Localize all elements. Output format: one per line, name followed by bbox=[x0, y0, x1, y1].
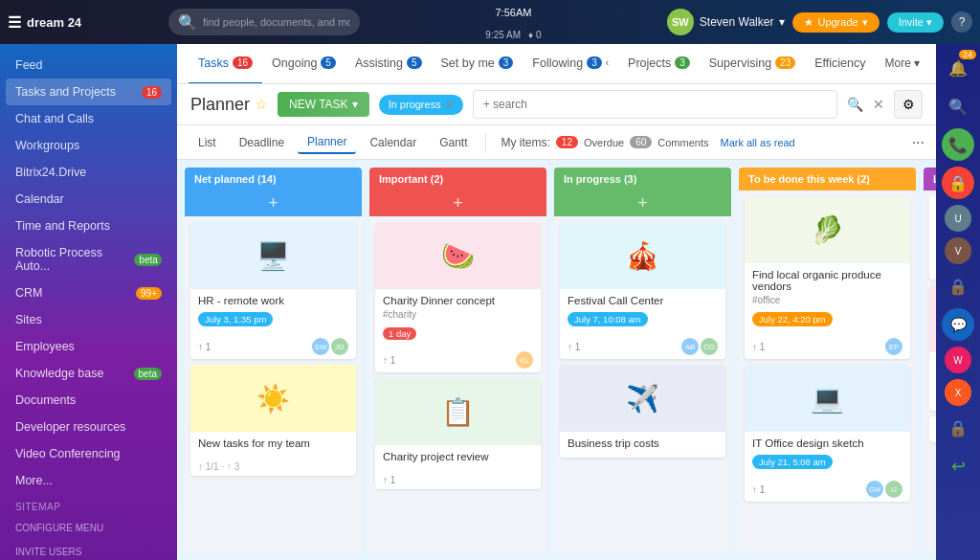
online-user-3[interactable]: W bbox=[945, 347, 971, 373]
task-card[interactable]: 🍉 Charity Dinner concept #charity 1 day … bbox=[375, 222, 541, 372]
avatar: JD bbox=[331, 338, 348, 355]
sidebar-item-sites[interactable]: Sites bbox=[0, 306, 177, 333]
main-layout: Feed Tasks and Projects 16 Chat and Call… bbox=[0, 44, 980, 560]
redirect-icon[interactable]: ↩ bbox=[942, 450, 974, 482]
add-task-in-progress[interactable]: + bbox=[554, 190, 731, 216]
task-image: 🖥️ bbox=[190, 222, 356, 289]
col-header-important: Important (2) bbox=[369, 168, 546, 190]
search-icon: 🔍 bbox=[178, 13, 197, 32]
lock-icon-1[interactable]: 🔒 bbox=[942, 167, 974, 199]
online-user-1[interactable]: U bbox=[945, 205, 971, 232]
view-tab-gantt[interactable]: Gantt bbox=[430, 132, 477, 153]
sidebar-item-video[interactable]: Video Conferencing bbox=[0, 440, 177, 467]
task-content: Business trip costs bbox=[560, 432, 725, 458]
tab-more[interactable]: More ▾ bbox=[876, 44, 930, 84]
planner-settings-button[interactable]: ⚙ bbox=[894, 90, 923, 119]
task-image: 🎪 bbox=[560, 222, 725, 289]
overdue-badge[interactable]: 12 bbox=[556, 136, 578, 148]
clock-time: 7:56AM bbox=[495, 5, 531, 30]
comments-badge[interactable]: 60 bbox=[630, 136, 652, 148]
upgrade-button[interactable]: ★ Upgrade ▾ bbox=[792, 12, 879, 33]
sidebar-item-robotic[interactable]: Robotic Process Auto... beta bbox=[0, 239, 177, 280]
view-tab-planner[interactable]: Planner bbox=[298, 131, 356, 154]
task-avatars: SW JD bbox=[312, 338, 348, 355]
user-info[interactable]: SW Steven Walker ▾ bbox=[667, 9, 786, 35]
task-card[interactable]: ☀️ New tasks for my team ↑ 1/1 · ↑ 3 bbox=[190, 365, 356, 476]
mark-all-read-button[interactable]: Mark all as read bbox=[720, 137, 794, 148]
task-card[interactable]: 🍓 Strawberry Cafe design #design ↑ 1 bbox=[929, 285, 936, 411]
sidebar-item-documents[interactable]: Documents bbox=[0, 387, 177, 414]
clear-filter-icon[interactable]: ✕ bbox=[445, 99, 454, 111]
task-card[interactable]: Budget plan bbox=[929, 416, 936, 442]
search-input[interactable] bbox=[203, 16, 350, 28]
view-tab-list[interactable]: List bbox=[189, 132, 226, 153]
global-search[interactable]: 🔍 bbox=[168, 9, 360, 35]
hamburger-menu[interactable]: ☰ bbox=[8, 13, 21, 32]
search-icon-right[interactable]: 🔍 bbox=[942, 90, 974, 123]
task-footer: ↑ 1 SW JD bbox=[190, 334, 356, 359]
col-body-important: 🍉 Charity Dinner concept #charity 1 day … bbox=[369, 216, 546, 552]
chat-icon[interactable]: 💬 bbox=[942, 308, 974, 341]
chevron-icon: ‹ bbox=[606, 57, 609, 68]
tab-supervising[interactable]: Supervising 23 bbox=[700, 44, 805, 84]
online-user-2[interactable]: V bbox=[945, 237, 971, 264]
phone-icon[interactable]: 📞 bbox=[942, 128, 974, 161]
task-footer: ↑ 1/1 · ↑ 3 bbox=[190, 458, 356, 476]
task-card[interactable]: 💻 IT Office design sketch July 21, 5:08 … bbox=[745, 365, 910, 502]
task-image: ✈️ bbox=[560, 365, 725, 432]
sidebar-item-drive[interactable]: Bitrix24.Drive bbox=[0, 159, 177, 186]
tab-efficiency[interactable]: Efficiency bbox=[805, 44, 875, 84]
tab-set-by-me[interactable]: Set by me 3 bbox=[432, 44, 523, 84]
task-card[interactable]: 🥬 Find local organic produce vendors #of… bbox=[745, 196, 910, 359]
view-tab-deadline[interactable]: Deadline bbox=[230, 132, 294, 153]
view-tab-calendar[interactable]: Calendar bbox=[360, 132, 426, 153]
task-card[interactable]: Presentation draft #marketing 1 week ↑ 1… bbox=[929, 196, 936, 280]
tab-projects[interactable]: Projects 3 bbox=[618, 44, 700, 84]
sidebar-item-workgroups[interactable]: Workgroups bbox=[0, 132, 177, 159]
sidebar-item-chat[interactable]: Chat and Calls bbox=[0, 105, 177, 132]
column-later: Later (3) Presentation draft #marketing … bbox=[924, 168, 936, 552]
sidebar-item-knowledge[interactable]: Knowledge base beta bbox=[0, 360, 177, 387]
task-card[interactable]: 📋 Charity project review ↑ 1 bbox=[375, 378, 541, 489]
avatar: CD bbox=[701, 338, 718, 355]
notification-icon[interactable]: 🔔 24 bbox=[942, 52, 974, 84]
col-body-to-be-done: 🥬 Find local organic produce vendors #of… bbox=[739, 190, 916, 552]
task-content: Presentation draft #marketing 1 week bbox=[929, 196, 936, 255]
sidebar-item-developer[interactable]: Developer resources bbox=[0, 414, 177, 440]
tab-tasks[interactable]: Tasks 16 bbox=[189, 44, 262, 84]
add-task-net-planned[interactable]: + bbox=[185, 190, 362, 216]
sidebar-item-tasks[interactable]: Tasks and Projects 16 bbox=[6, 78, 171, 105]
add-task-important[interactable]: + bbox=[369, 190, 546, 216]
tab-ongoing[interactable]: Ongoing 5 bbox=[262, 44, 345, 84]
favorite-icon[interactable]: ☆ bbox=[256, 97, 268, 112]
invite-users[interactable]: INVITE USERS bbox=[0, 540, 177, 560]
sidebar-item-feed[interactable]: Feed bbox=[0, 52, 177, 78]
task-content: HR - remote work July 3, 1:35 pm bbox=[190, 289, 356, 334]
sidebar-item-calendar[interactable]: Calendar bbox=[0, 186, 177, 213]
tab-following[interactable]: Following 3 ‹ bbox=[523, 44, 618, 84]
task-content: Find local organic produce vendors #offi… bbox=[745, 263, 910, 334]
view-options-button[interactable]: ··· bbox=[912, 134, 924, 151]
sidebar-item-employees[interactable]: Employees bbox=[0, 333, 177, 360]
task-search-input[interactable] bbox=[473, 90, 837, 119]
tab-assisting[interactable]: Assisting 5 bbox=[345, 44, 432, 84]
task-card[interactable]: 🎪 Festival Call Center July 7, 10:08 am … bbox=[560, 222, 725, 359]
help-button[interactable]: ? bbox=[951, 11, 972, 33]
lock-icon-2[interactable]: 🔒 bbox=[942, 270, 974, 302]
sidebar-item-more[interactable]: More... bbox=[0, 467, 177, 494]
logo-text: dream 24 bbox=[27, 15, 81, 30]
user-avatar: SW bbox=[667, 9, 694, 35]
sidebar-item-time[interactable]: Time and Reports bbox=[0, 213, 177, 239]
avatar: AB bbox=[681, 338, 699, 355]
task-card[interactable]: 🖥️ HR - remote work July 3, 1:35 pm ↑ 1 … bbox=[190, 222, 356, 359]
new-task-button[interactable]: NEW TASK ▾ bbox=[278, 92, 369, 117]
task-card[interactable]: ✈️ Business trip costs bbox=[560, 365, 725, 458]
sidebar-item-crm[interactable]: CRM 99+ bbox=[0, 280, 177, 306]
clear-search-icon[interactable]: ✕ bbox=[873, 97, 884, 112]
sidebar-section-label: SITEMAP bbox=[0, 494, 177, 516]
status-filter[interactable]: In progress ✕ bbox=[379, 95, 463, 115]
invite-button[interactable]: Invite ▾ bbox=[887, 12, 944, 33]
configure-menu[interactable]: CONFIGURE MENU bbox=[0, 516, 177, 540]
lock-icon-3[interactable]: 🔒 bbox=[942, 412, 974, 444]
online-user-4[interactable]: X bbox=[945, 379, 971, 406]
